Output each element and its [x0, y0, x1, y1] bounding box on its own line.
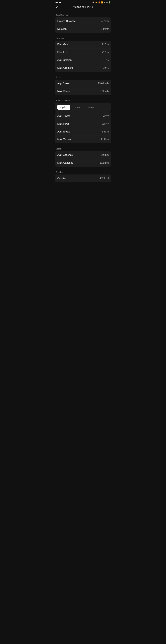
table-row: Cycling Distance 34.7 km [55, 17, 111, 25]
calories-value: 432 kcal [100, 177, 109, 180]
avg-cadence-label: Avg. Cadence [57, 154, 73, 156]
table-row: Max. Gradient 19 % [55, 64, 111, 72]
max-torque-label: Max. Torque [57, 138, 71, 141]
avg-torque-value: 8 N·m [102, 130, 109, 133]
avg-cadence-value: 50 rpm [101, 154, 109, 156]
table-row: Calories 432 kcal [55, 174, 111, 182]
duration-label: Duration [57, 28, 66, 30]
table-row: Elev. Gain 717 m [55, 41, 111, 48]
max-power-value: 518 W [102, 122, 109, 125]
avg-speed-value: 19.0 km/h [98, 82, 109, 85]
section-label-data-overview: Data Overview [53, 11, 113, 17]
max-cadence-value: 132 rpm [100, 162, 109, 164]
elev-gain-value: 717 m [102, 43, 109, 46]
table-row: Elev. Loss 716 m [55, 48, 111, 56]
table-row: Max. Cadence 132 rpm [55, 159, 111, 167]
header-title: 09/02/2025 13:12 [73, 6, 93, 9]
table-row: Max. Speed 57 km/h [55, 88, 111, 95]
max-gradient-value: 19 % [103, 66, 109, 69]
table-row: Avg. Cadence 50 rpm [55, 151, 111, 159]
status-bar: 06:51 ⏰ ⚡ 🔕 📶 96% 🔋 [53, 0, 113, 4]
elev-loss-value: 716 m [102, 51, 109, 54]
table-row: Avg. Torque 8 N·m [55, 128, 111, 136]
table-row: Avg. Speed 19.0 km/h [55, 80, 111, 88]
data-overview-card: Cycling Distance 34.7 km Duration 1:44:4… [55, 17, 111, 33]
section-label-power-torque: Power & Torque [53, 97, 113, 103]
alarm-icon: ⏰ [92, 2, 95, 4]
elev-loss-label: Elev. Loss [57, 51, 68, 54]
max-gradient-label: Max. Gradient [57, 66, 73, 69]
avg-gradient-value: 1 % [104, 59, 109, 62]
max-speed-label: Max. Speed [57, 90, 70, 92]
max-cadence-label: Max. Cadence [57, 162, 73, 164]
avg-speed-label: Avg. Speed [57, 82, 70, 85]
cycling-distance-label: Cycling Distance [57, 20, 76, 22]
tab-motor[interactable]: Motor [71, 105, 84, 110]
cycling-distance-value: 34.7 km [100, 20, 109, 22]
header: ✕ 09/02/2025 13:12 [53, 4, 113, 11]
tab-cyclist[interactable]: Cyclist [57, 105, 70, 110]
table-row: Max. Torque 71 N·m [55, 136, 111, 143]
max-speed-value: 57 km/h [100, 90, 109, 92]
power-torque-tabs-container: Cyclist Motor Whole [55, 103, 111, 112]
table-row: Avg. Power 72 W [55, 112, 111, 120]
calories-card: Calories 432 kcal [55, 174, 111, 182]
speed-card: Avg. Speed 19.0 km/h Max. Speed 57 km/h [55, 80, 111, 95]
cadence-card: Avg. Cadence 50 rpm Max. Cadence 132 rpm [55, 151, 111, 167]
battery-text: 96% [104, 2, 108, 4]
status-icons: ⏰ ⚡ 🔕 📶 96% 🔋 [92, 2, 111, 4]
max-torque-value: 71 N·m [101, 138, 109, 141]
table-row: Duration 1:44:49 [55, 25, 111, 33]
tab-whole[interactable]: Whole [85, 105, 98, 110]
table-row: Avg. Gradient 1 % [55, 56, 111, 64]
section-label-cadence: Cadence [53, 145, 113, 151]
section-label-calories: Calories [53, 168, 113, 174]
avg-power-value: 72 W [103, 115, 109, 118]
avg-gradient-label: Avg. Gradient [57, 59, 72, 62]
section-label-elevation: Elevation [53, 35, 113, 41]
duration-value: 1:44:49 [101, 28, 109, 30]
avg-power-label: Avg. Power [57, 115, 70, 118]
signal-icon: 📶 [101, 2, 103, 4]
close-button[interactable]: ✕ [55, 6, 58, 9]
max-power-label: Max. Power [57, 122, 70, 125]
table-row: Max. Power 518 W [55, 120, 111, 128]
avg-torque-label: Avg. Torque [57, 130, 70, 133]
mute-icon: 🔕 [98, 2, 100, 4]
elev-gain-label: Elev. Gain [57, 43, 68, 46]
calories-label: Calories [57, 177, 66, 180]
elevation-card: Elev. Gain 717 m Elev. Loss 716 m Avg. G… [55, 41, 111, 72]
bluetooth-icon: ⚡ [95, 2, 98, 4]
tabs-row: Cyclist Motor Whole [57, 105, 109, 110]
power-torque-card: Avg. Power 72 W Max. Power 518 W Avg. To… [55, 112, 111, 143]
status-time: 06:51 [55, 1, 61, 4]
battery-icon: 🔋 [108, 2, 111, 4]
section-label-speed: Speed [53, 74, 113, 80]
